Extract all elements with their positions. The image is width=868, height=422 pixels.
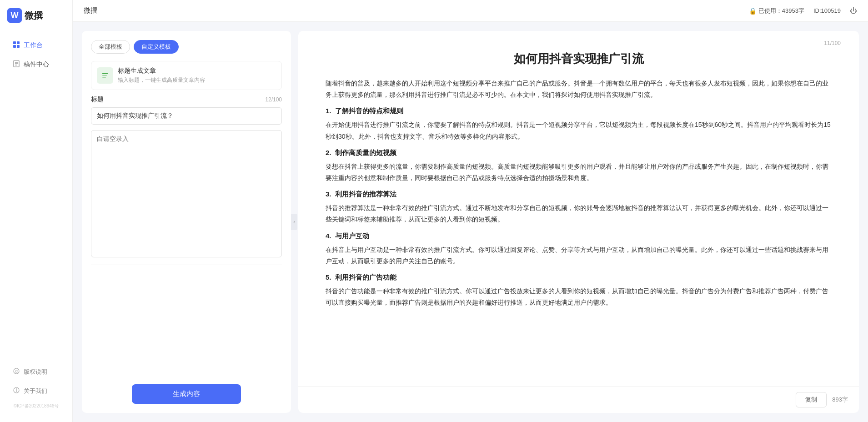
sidebar-item-copyright[interactable]: © 版权说明 [4, 363, 69, 381]
header-id: ID:100519 [813, 7, 841, 14]
svg-text:©: © [15, 369, 18, 374]
svg-rect-2 [13, 41, 16, 44]
logo: W 微撰 [0, 0, 72, 31]
section-title-2: 2. 制作高质量的短视频 [326, 149, 832, 157]
tab-custom-templates[interactable]: 自定义模板 [134, 40, 179, 54]
copy-button[interactable]: 复制 [796, 392, 827, 407]
sidebar-item-workbench-label: 工作台 [24, 41, 43, 50]
content-area: 全部模板 自定义模板 标题生成文章 输入标题，一键生成高质量文章内容 标题 12… [73, 22, 868, 422]
sidebar-nav: 工作台 稿件中心 [0, 31, 72, 357]
article-title: 如何用抖音实现推广引流 [326, 51, 832, 67]
form-section: 标题 12/100 [91, 95, 282, 125]
header: 微撰 🔒 已使用：43953字 ID:100519 ⏻ [73, 0, 868, 22]
sidebar-item-workbench[interactable]: 工作台 [4, 36, 69, 55]
section-title-5: 5. 利用抖音的广告功能 [326, 273, 832, 282]
sidebar-item-copyright-label: 版权说明 [24, 368, 47, 376]
form-label: 标题 [91, 95, 104, 104]
section-title-4: 4. 与用户互动 [326, 232, 832, 241]
template-card-icon [97, 67, 113, 84]
section-title-1: 1. 了解抖音的特点和规则 [326, 107, 832, 116]
collapse-handle[interactable]: ‹ [291, 214, 297, 230]
left-panel: 全部模板 自定义模板 标题生成文章 输入标题，一键生成高质量文章内容 标题 12… [82, 31, 291, 413]
article-intro: 随着抖音的普及，越来越多的人开始利用这个短视频分享平台来推广自己的产品或服务。抖… [326, 78, 832, 100]
copyright-icon: © [13, 367, 20, 377]
main: 微撰 🔒 已使用：43953字 ID:100519 ⏻ 全部模板 自定义模板 [73, 0, 868, 422]
template-card[interactable]: 标题生成文章 输入标题，一键生成高质量文章内容 [91, 61, 282, 90]
power-icon[interactable]: ⏻ [850, 7, 857, 15]
template-tabs: 全部模板 自定义模板 [91, 40, 282, 54]
svg-rect-16 [102, 75, 107, 76]
section-content-3: 抖音的推荐算法是一种非常有效的推广引流方式。通过不断地发布和分享自己的短视频，你… [326, 202, 832, 225]
icp-text: ©ICP备2022018946号 [0, 401, 72, 413]
template-card-info: 标题生成文章 输入标题，一键生成高质量文章内容 [118, 67, 276, 84]
workbench-icon [13, 41, 20, 50]
svg-text:i: i [16, 388, 17, 393]
page-count: 11/100 [824, 40, 841, 46]
template-card-desc: 输入标题，一键生成高质量文章内容 [118, 76, 276, 84]
right-panel: 11/100 如何用抖音实现推广引流 随着抖音的普及，越来越多的人开始利用这个短… [298, 31, 859, 413]
tab-all-templates[interactable]: 全部模板 [91, 40, 130, 54]
svg-rect-3 [17, 41, 20, 44]
sidebar-item-about-label: 关于我们 [24, 387, 47, 395]
sidebar-item-about[interactable]: i 关于我们 [4, 382, 69, 400]
separator [91, 265, 282, 265]
usage-icon: 🔒 [749, 7, 757, 15]
section-content-2: 要想在抖音上获得更多的流量，你需要制作高质量的短视频。高质量的短视频能够吸引更多… [326, 161, 832, 184]
sidebar: W 微撰 工作台 稿件中心 © 版权说明 i 关于我们 [0, 0, 73, 422]
sidebar-item-drafts-label: 稿件中心 [24, 60, 49, 69]
section-content-5: 抖音的广告功能是一种非常有效的推广引流方式。你可以通过广告投放来让更多的人看到你… [326, 286, 832, 308]
svg-rect-15 [102, 73, 108, 74]
svg-text:W: W [11, 11, 19, 20]
generate-button[interactable]: 生成内容 [132, 384, 241, 404]
sidebar-bottom: © 版权说明 i 关于我们 ©ICP备2022018946号 [0, 357, 72, 422]
drafts-icon [13, 60, 20, 69]
section-content-1: 在开始使用抖音进行推广引流之前，你需要了解抖音的特点和规则。抖音是一个短视频分享… [326, 119, 832, 142]
header-usage: 🔒 已使用：43953字 [749, 7, 804, 15]
form-label-row: 标题 12/100 [91, 95, 282, 104]
article-body[interactable]: 如何用抖音实现推广引流 随着抖音的普及，越来越多的人开始利用这个短视频分享平台来… [298, 51, 859, 386]
svg-rect-5 [17, 45, 20, 48]
sidebar-item-drafts[interactable]: 稿件中心 [4, 55, 69, 74]
section-title-3: 3. 利用抖音的推荐算法 [326, 190, 832, 199]
svg-rect-17 [102, 77, 106, 78]
word-count: 893字 [832, 396, 848, 404]
about-icon: i [13, 387, 20, 396]
header-right: 🔒 已使用：43953字 ID:100519 ⏻ [749, 7, 857, 15]
svg-rect-4 [13, 45, 16, 48]
template-card-title: 标题生成文章 [118, 67, 276, 75]
usage-label: 已使用：43953字 [758, 7, 804, 15]
title-input[interactable] [91, 107, 282, 125]
logo-text: 微撰 [25, 10, 43, 22]
content-textarea[interactable] [91, 130, 282, 257]
header-title: 微撰 [84, 6, 97, 15]
section-content-4: 在抖音上与用户互动是一种非常有效的推广引流方式。你可以通过回复评论、点赞、分享等… [326, 244, 832, 267]
form-count: 12/100 [265, 96, 282, 103]
article-header: 11/100 [298, 31, 859, 51]
article-footer: 复制 893字 [298, 386, 859, 413]
logo-icon: W [7, 8, 22, 23]
